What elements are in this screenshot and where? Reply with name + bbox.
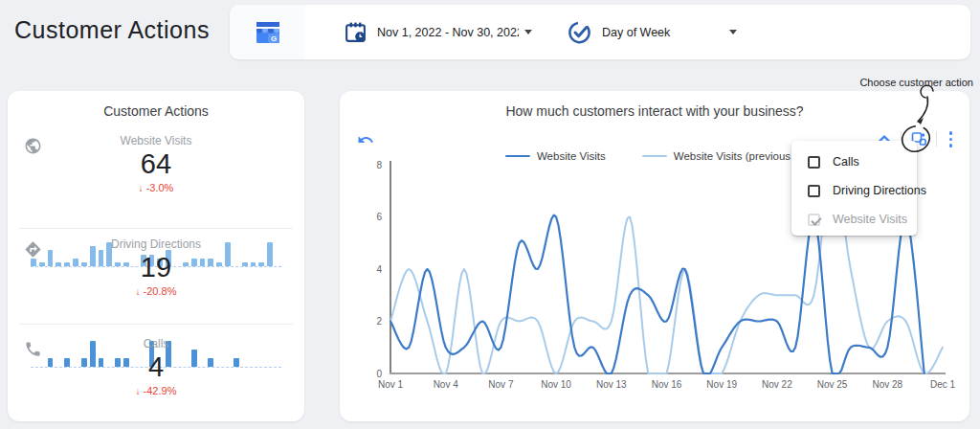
x-tick-label: Nov 7	[488, 379, 514, 390]
checkbox[interactable]	[808, 185, 820, 197]
divider	[19, 324, 293, 325]
header-control-bar: G Nov 1, 2022 - Nov 30, 2022 Day of Week	[230, 5, 970, 59]
arrow-down-icon: ↓	[136, 386, 141, 396]
google-my-business-icon: G	[252, 16, 284, 49]
phone-icon	[24, 340, 42, 358]
divider	[19, 228, 293, 229]
date-range-control[interactable]: Nov 1, 2022 - Nov 30, 2022	[344, 20, 532, 44]
metric-change: ↓ -20.8%	[8, 285, 304, 297]
x-tick-label: Nov 28	[872, 379, 902, 390]
metric-label: Calls	[8, 337, 304, 350]
dashboard: Customer Actions G Nov 1, 2022 - Nov 30	[0, 0, 980, 429]
metric-value: 64	[8, 148, 304, 180]
scorecard-panel-title: Customer Actions	[8, 91, 304, 119]
metric-driving-directions: Driving Directions 19 ↓ -20.8%	[8, 237, 304, 324]
data-source-segment: G	[230, 5, 305, 59]
metric-label: Website Visits	[8, 134, 304, 147]
x-tick-label: Nov 13	[596, 379, 627, 390]
x-tick-label: Nov 10	[541, 379, 571, 390]
svg-text:G: G	[270, 34, 276, 43]
dropdown-option-label: Calls	[833, 155, 859, 169]
date-range-value: Nov 1, 2022 - Nov 30, 2022	[377, 26, 519, 39]
scorecard-panel: Customer Actions Website Visits 64 ↓ -3.…	[8, 91, 304, 421]
page-title: Customer Actions	[14, 16, 210, 44]
x-tick-label: Nov 16	[652, 379, 682, 390]
y-tick-label: 6	[376, 212, 382, 222]
dropdown-option-website-visits: Website Visits	[808, 209, 917, 230]
directions-icon	[24, 240, 42, 259]
x-tick-label: Dec 1	[930, 379, 956, 390]
metric-change: ↓ -3.0%	[8, 182, 304, 193]
y-tick-label: 2	[376, 316, 382, 327]
check-circle-icon	[567, 19, 592, 45]
x-tick-label: Nov 1	[378, 379, 404, 390]
breakdown-value: Day of Week	[602, 26, 670, 39]
x-tick-label: Nov 19	[706, 379, 737, 390]
metric-website-visits: Website Visits 64 ↓ -3.0%	[8, 134, 304, 218]
chevron-down-icon	[524, 30, 532, 34]
globe-icon	[24, 137, 42, 155]
x-tick-label: Nov 4	[434, 379, 459, 390]
arrow-down-icon: ↓	[136, 286, 141, 297]
metric-value: 4	[8, 351, 304, 383]
metric-picker-dropdown: Calls Driving Directions Website Visits	[791, 141, 917, 236]
x-tick-label: Nov 22	[762, 379, 792, 390]
metric-label: Driving Directions	[8, 237, 304, 251]
breakdown-control[interactable]: Day of Week	[567, 19, 737, 45]
dropdown-option-calls[interactable]: Calls	[808, 151, 917, 172]
arrow-down-icon: ↓	[139, 183, 144, 193]
dropdown-option-label: Driving Directions	[833, 184, 926, 197]
annotation-label: Choose customer action	[859, 77, 973, 88]
metric-change: ↓ -42.9%	[8, 385, 304, 396]
metric-value: 19	[8, 252, 304, 283]
checkbox	[808, 214, 820, 226]
calendar-icon	[344, 20, 368, 44]
checkbox[interactable]	[808, 156, 820, 169]
chevron-down-icon	[729, 30, 737, 34]
dropdown-option-driving-directions[interactable]: Driving Directions	[808, 180, 917, 201]
y-tick-label: 4	[376, 264, 382, 275]
y-tick-label: 8	[376, 160, 382, 170]
metric-calls: Calls 4 ↓ -42.9%	[8, 337, 304, 423]
dropdown-option-label: Website Visits	[833, 213, 907, 226]
x-tick-label: Nov 25	[817, 379, 848, 390]
y-tick-label: 0	[376, 369, 382, 379]
